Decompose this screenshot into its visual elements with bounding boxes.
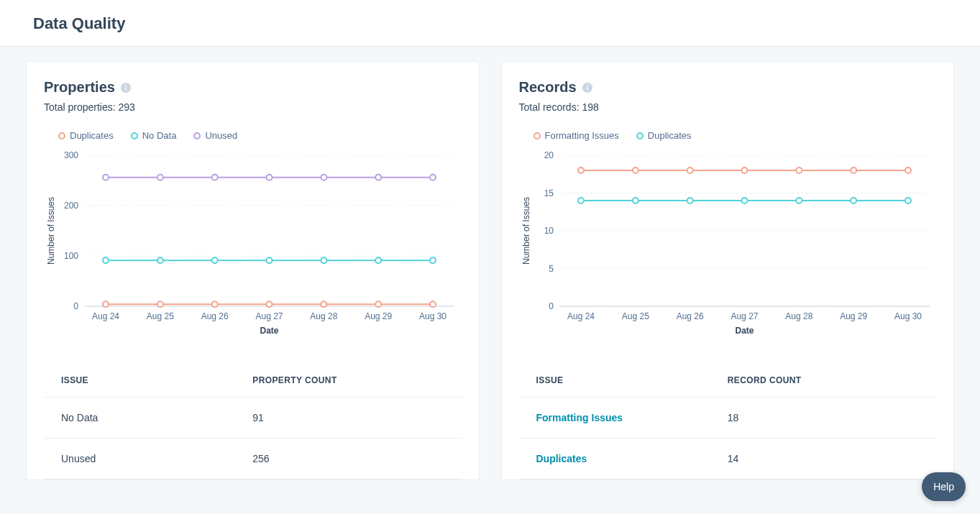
properties-subtitle: Total properties: 293 [44, 101, 462, 113]
svg-point-61 [851, 167, 856, 173]
records-table: ISSUE RECORD COUNT Formatting Issues18Du… [519, 364, 937, 479]
svg-text:Aug 29: Aug 29 [365, 311, 392, 321]
records-title-row: Records [519, 79, 937, 96]
col-header-issue: ISSUE [536, 375, 728, 385]
svg-text:5: 5 [549, 264, 554, 274]
records-legend: Formatting Issues Duplicates [533, 130, 937, 141]
properties-legend: Duplicates No Data Unused [58, 130, 462, 141]
svg-text:0: 0 [549, 301, 554, 311]
page-title: Data Quality [33, 14, 947, 33]
legend-label: No Data [142, 130, 177, 141]
svg-text:100: 100 [64, 251, 78, 261]
svg-point-29 [267, 175, 273, 180]
svg-text:Date: Date [735, 326, 754, 336]
svg-point-15 [267, 301, 273, 307]
table-row: Formatting Issues18 [519, 398, 937, 439]
legend-item-formatting[interactable]: Formatting Issues [533, 130, 619, 141]
table-header: ISSUE RECORD COUNT [519, 364, 937, 398]
svg-text:10: 10 [544, 226, 554, 236]
svg-point-23 [321, 257, 326, 263]
issue-link[interactable]: Formatting Issues [536, 412, 728, 423]
svg-text:Aug 25: Aug 25 [147, 311, 174, 321]
info-icon[interactable] [582, 83, 592, 93]
svg-point-58 [687, 167, 692, 173]
svg-text:Aug 25: Aug 25 [621, 311, 649, 321]
svg-point-19 [103, 257, 109, 263]
svg-point-32 [430, 175, 436, 180]
issue-label: Unused [61, 453, 252, 464]
legend-item-duplicates[interactable]: Duplicates [58, 130, 114, 141]
svg-text:Aug 27: Aug 27 [255, 311, 283, 321]
svg-point-20 [157, 257, 163, 263]
legend-marker-icon [58, 132, 65, 139]
svg-point-2 [125, 85, 127, 86]
content-area: Properties Total properties: 293 Duplica… [0, 47, 980, 495]
svg-point-13 [157, 301, 163, 307]
svg-point-66 [741, 198, 747, 203]
svg-point-21 [212, 257, 218, 263]
svg-point-24 [375, 257, 381, 263]
svg-text:Date: Date [260, 326, 278, 336]
table-row: Unused256 [44, 439, 462, 479]
svg-point-56 [578, 167, 584, 173]
legend-marker-icon [131, 132, 138, 139]
legend-item-unused[interactable]: Unused [193, 130, 237, 141]
properties-table: ISSUE PROPERTY COUNT No Data91Unused256 [44, 364, 462, 479]
svg-point-22 [267, 257, 273, 263]
legend-label: Duplicates [70, 130, 114, 141]
issue-count: 18 [728, 412, 919, 423]
svg-point-18 [430, 301, 436, 307]
svg-text:Aug 30: Aug 30 [419, 311, 447, 321]
properties-title: Properties [44, 79, 115, 96]
legend-item-nodata[interactable]: No Data [131, 130, 177, 141]
svg-text:0: 0 [73, 301, 78, 311]
svg-text:Aug 28: Aug 28 [310, 311, 337, 321]
legend-label: Duplicates [648, 130, 692, 141]
help-button[interactable]: Help [922, 472, 966, 495]
table-header: ISSUE PROPERTY COUNT [44, 364, 462, 398]
col-header-count: RECORD COUNT [728, 375, 919, 385]
svg-text:Aug 28: Aug 28 [785, 311, 812, 321]
svg-text:Number of Issues: Number of Issues [521, 197, 531, 265]
legend-item-duplicates[interactable]: Duplicates [636, 130, 692, 141]
legend-marker-icon [193, 132, 201, 139]
svg-text:Aug 29: Aug 29 [840, 311, 867, 321]
records-card: Records Total records: 198 Formatting Is… [501, 61, 955, 480]
svg-text:15: 15 [544, 188, 554, 198]
svg-point-60 [796, 167, 802, 173]
svg-point-68 [851, 198, 856, 203]
svg-text:200: 200 [64, 201, 78, 211]
table-row: Duplicates14 [519, 439, 937, 479]
svg-point-62 [905, 167, 911, 173]
legend-marker-icon [636, 132, 644, 139]
svg-text:Aug 26: Aug 26 [201, 311, 229, 321]
svg-text:300: 300 [64, 150, 78, 160]
col-header-issue: ISSUE [61, 375, 252, 385]
svg-point-67 [796, 198, 802, 203]
info-icon[interactable] [121, 83, 131, 93]
svg-rect-43 [587, 86, 588, 90]
issue-count: 256 [252, 453, 444, 464]
svg-point-57 [632, 167, 638, 173]
records-subtitle: Total records: 198 [519, 101, 937, 113]
legend-label: Formatting Issues [545, 130, 619, 141]
svg-text:Aug 27: Aug 27 [731, 311, 758, 321]
svg-point-69 [905, 198, 911, 203]
properties-title-row: Properties [44, 79, 462, 96]
properties-card: Properties Total properties: 293 Duplica… [26, 61, 480, 480]
svg-point-44 [587, 85, 588, 86]
svg-point-27 [157, 175, 163, 180]
legend-marker-icon [533, 132, 541, 139]
page-header: Data Quality [0, 0, 980, 47]
svg-point-65 [687, 198, 692, 203]
properties-chart: 0100200300Aug 24Aug 25Aug 26Aug 27Aug 28… [44, 148, 462, 342]
col-header-count: PROPERTY COUNT [252, 375, 444, 385]
table-row: No Data91 [44, 398, 462, 439]
issue-count: 91 [252, 412, 444, 423]
svg-point-31 [375, 175, 381, 180]
svg-point-25 [430, 257, 436, 263]
svg-text:Aug 30: Aug 30 [894, 311, 921, 321]
issue-link[interactable]: Duplicates [536, 453, 728, 464]
issue-label: No Data [61, 412, 252, 423]
svg-point-28 [212, 175, 218, 180]
